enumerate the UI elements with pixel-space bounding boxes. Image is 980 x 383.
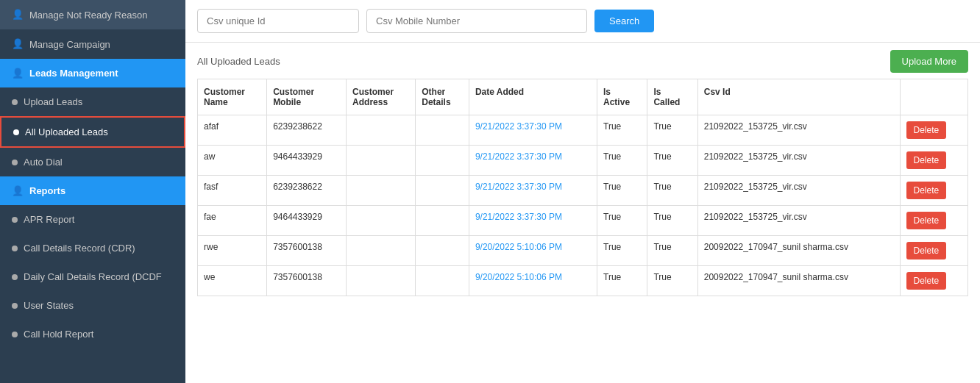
cell-is-active: True — [597, 206, 647, 236]
cell-mobile: 9464433929 — [267, 146, 347, 176]
sidebar-item-user-states[interactable]: User States — [0, 291, 185, 320]
search-button[interactable]: Search — [594, 10, 654, 32]
cell-is-active: True — [597, 236, 647, 266]
cell-other — [416, 176, 469, 206]
sidebar-item-label: Upload Leads — [24, 96, 82, 107]
dot-icon — [12, 217, 18, 223]
col-date-added: Date Added — [469, 79, 597, 115]
sidebar: 👤 Manage Not Ready Reason 👤 Manage Campa… — [0, 0, 185, 383]
dot-icon — [12, 246, 18, 251]
dot-icon — [12, 160, 18, 165]
cell-other — [416, 206, 469, 236]
table-header-row: All Uploaded Leads Upload More — [197, 43, 968, 79]
cell-csv-id: 21092022_153725_vir.csv — [697, 206, 900, 236]
delete-button[interactable]: Delete — [906, 272, 947, 290]
col-customer-name: CustomerName — [198, 79, 267, 115]
dot-icon — [12, 303, 18, 309]
table-row: aw 9464433929 9/21/2022 3:37:30 PM True … — [198, 146, 968, 176]
sidebar-item-label: Manage Campaign — [29, 39, 110, 50]
cell-csv-id: 21092022_153725_vir.csv — [697, 115, 900, 146]
csv-unique-id-input[interactable] — [197, 9, 359, 33]
cell-action: Delete — [900, 115, 967, 146]
cell-mobile: 7357600138 — [267, 266, 347, 296]
sidebar-item-manage-not-ready[interactable]: 👤 Manage Not Ready Reason — [0, 0, 185, 29]
cell-other — [416, 115, 469, 146]
cell-address — [347, 146, 416, 176]
sidebar-item-label: User States — [24, 300, 74, 311]
col-is-active: IsActive — [597, 79, 647, 115]
cell-mobile: 9464433929 — [267, 206, 347, 236]
table-row: we 7357600138 9/20/2022 5:10:06 PM True … — [198, 266, 968, 296]
sidebar-item-call-details-record[interactable]: Call Details Record (CDR) — [0, 234, 185, 262]
sidebar-item-daily-call-details[interactable]: Daily Call Details Record (DCDF — [0, 262, 185, 291]
col-customer-mobile: CustomerMobile — [267, 79, 347, 115]
cell-is-called: True — [647, 266, 697, 296]
sidebar-item-upload-leads[interactable]: Upload Leads — [0, 87, 185, 116]
cell-name: fasf — [198, 176, 267, 206]
col-is-called: IsCalled — [647, 79, 697, 115]
cell-action: Delete — [900, 266, 967, 296]
upload-more-button[interactable]: Upload More — [890, 50, 968, 73]
delete-button[interactable]: Delete — [906, 212, 947, 229]
cell-csv-id: 21092022_153725_vir.csv — [697, 176, 900, 206]
delete-button[interactable]: Delete — [906, 151, 947, 169]
table-row: afaf 6239238622 9/21/2022 3:37:30 PM Tru… — [198, 115, 968, 146]
cell-name: we — [198, 266, 267, 296]
col-customer-address: CustomerAddress — [347, 79, 416, 115]
table-area: All Uploaded Leads Upload More CustomerN… — [185, 43, 980, 383]
cell-address — [347, 236, 416, 266]
sidebar-item-label: Reports — [29, 185, 65, 196]
sidebar-item-all-uploaded-leads[interactable]: All Uploaded Leads — [0, 116, 185, 148]
person-icon: 👤 — [12, 9, 24, 21]
cell-mobile: 7357600138 — [267, 236, 347, 266]
sidebar-item-leads-management[interactable]: 👤 Leads Management — [0, 59, 185, 87]
cell-csv-id: 20092022_170947_sunil sharma.csv — [697, 266, 900, 296]
cell-action: Delete — [900, 206, 967, 236]
sidebar-item-manage-campaign[interactable]: 👤 Manage Campaign — [0, 29, 185, 59]
search-bar: Search — [185, 0, 980, 43]
col-other-details: OtherDetails — [416, 79, 469, 115]
cell-address — [347, 206, 416, 236]
reports-icon: 👤 — [12, 185, 24, 196]
sidebar-item-label: Call Hold Report — [24, 329, 93, 340]
cell-address — [347, 266, 416, 296]
dot-icon — [12, 274, 18, 280]
sidebar-item-label: Call Details Record (CDR) — [24, 243, 135, 254]
cell-date: 9/20/2022 5:10:06 PM — [469, 266, 597, 296]
delete-button[interactable]: Delete — [906, 242, 947, 259]
cell-date: 9/21/2022 3:37:30 PM — [469, 146, 597, 176]
sidebar-item-label: Manage Not Ready Reason — [29, 10, 147, 21]
cell-is-called: True — [647, 176, 697, 206]
sidebar-item-call-hold-report[interactable]: Call Hold Report — [0, 320, 185, 348]
cell-mobile: 6239238622 — [267, 115, 347, 146]
cell-address — [347, 115, 416, 146]
cell-name: aw — [198, 146, 267, 176]
table-header: CustomerName CustomerMobile CustomerAddr… — [198, 79, 968, 115]
cell-mobile: 6239238622 — [267, 176, 347, 206]
csv-mobile-number-input[interactable] — [366, 9, 587, 33]
sidebar-item-label: APR Report — [24, 214, 74, 225]
person-icon: 👤 — [12, 38, 24, 50]
dot-icon — [12, 99, 18, 105]
cell-date: 9/21/2022 3:37:30 PM — [469, 115, 597, 146]
cell-other — [416, 236, 469, 266]
sidebar-item-apr-report[interactable]: APR Report — [0, 205, 185, 234]
delete-button[interactable]: Delete — [906, 121, 947, 139]
cell-is-active: True — [597, 115, 647, 146]
cell-date: 9/21/2022 3:37:30 PM — [469, 206, 597, 236]
sidebar-item-label: All Uploaded Leads — [25, 126, 108, 137]
cell-is-active: True — [597, 266, 647, 296]
cell-is-called: True — [647, 206, 697, 236]
cell-name: rwe — [198, 236, 267, 266]
cell-action: Delete — [900, 176, 967, 206]
dot-icon — [12, 332, 18, 337]
cell-address — [347, 176, 416, 206]
cell-name: fae — [198, 206, 267, 236]
leads-table: CustomerName CustomerMobile CustomerAddr… — [197, 79, 968, 296]
delete-button[interactable]: Delete — [906, 182, 947, 199]
sidebar-item-reports[interactable]: 👤 Reports — [0, 176, 185, 205]
sidebar-item-auto-dial[interactable]: Auto Dial — [0, 148, 185, 176]
cell-date: 9/21/2022 3:37:30 PM — [469, 176, 597, 206]
sidebar-item-label: Daily Call Details Record (DCDF — [24, 271, 162, 282]
cell-csv-id: 21092022_153725_vir.csv — [697, 146, 900, 176]
